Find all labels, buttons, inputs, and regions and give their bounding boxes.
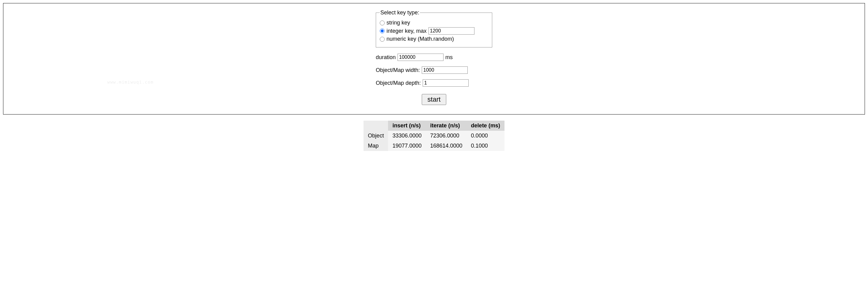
row-label-map: Map [364, 141, 388, 151]
radio-integer-key[interactable] [380, 29, 385, 33]
radio-numeric-key-label: numeric key (Math.random) [386, 36, 454, 42]
cell-map-iterate: 168614.0000 [426, 141, 467, 151]
config-panel: Select key type: string key integer key,… [3, 3, 865, 114]
depth-label: Object/Map depth: [376, 80, 421, 86]
cell-object-delete: 0.0000 [467, 131, 504, 141]
radio-string-key[interactable] [380, 21, 385, 25]
results-header-corner [364, 121, 388, 131]
radio-string-key-label: string key [386, 20, 410, 26]
form-area: Select key type: string key integer key,… [376, 9, 492, 105]
duration-label: duration [376, 54, 396, 61]
results-header-row: insert (n/s) iterate (n/s) delete (ms) [364, 121, 504, 131]
width-input[interactable] [422, 66, 468, 74]
depth-input[interactable] [423, 79, 469, 87]
start-row: start [376, 94, 492, 105]
radio-numeric-key[interactable] [380, 37, 385, 42]
start-button[interactable]: start [422, 94, 446, 105]
table-row: Map 19077.0000 168614.0000 0.1000 [364, 141, 504, 151]
duration-row: duration ms [376, 54, 492, 61]
width-label: Object/Map width: [376, 67, 420, 73]
depth-row: Object/Map depth: [376, 79, 492, 87]
radio-row-numeric-key: numeric key (Math.random) [380, 36, 488, 42]
cell-object-insert: 33306.0000 [388, 131, 426, 141]
key-type-legend: Select key type: [380, 9, 420, 16]
row-label-object: Object [364, 131, 388, 141]
width-row: Object/Map width: [376, 66, 492, 74]
duration-unit: ms [445, 54, 453, 61]
results-header-insert: insert (n/s) [388, 121, 426, 131]
results-table: insert (n/s) iterate (n/s) delete (ms) O… [364, 121, 504, 151]
duration-input[interactable] [398, 54, 443, 61]
cell-object-iterate: 72306.0000 [426, 131, 467, 141]
integer-key-max-input[interactable] [429, 27, 474, 35]
table-row: Object 33306.0000 72306.0000 0.0000 [364, 131, 504, 141]
cell-map-insert: 19077.0000 [388, 141, 426, 151]
radio-integer-key-label: integer key, max [386, 28, 427, 34]
radio-row-integer-key: integer key, max [380, 27, 488, 35]
key-type-fieldset: Select key type: string key integer key,… [376, 9, 492, 47]
results-header-delete: delete (ms) [467, 121, 504, 131]
cell-map-delete: 0.1000 [467, 141, 504, 151]
results-header-iterate: iterate (n/s) [426, 121, 467, 131]
radio-row-string-key: string key [380, 20, 488, 26]
